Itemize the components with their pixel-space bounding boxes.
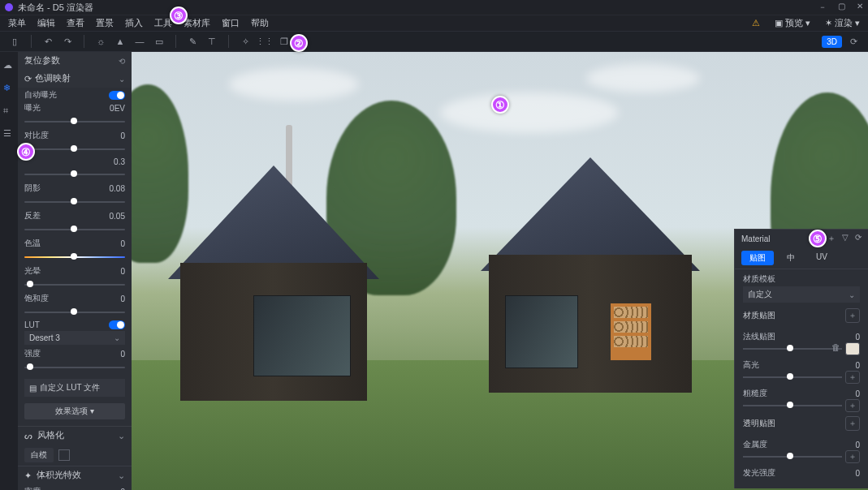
layers-icon[interactable]: ❐ <box>278 35 291 48</box>
warning-icon[interactable]: ⚠ <box>752 18 760 28</box>
menu-window[interactable]: 窗口 <box>222 17 240 29</box>
sliders-icon[interactable]: ⋮⋮ <box>258 35 271 48</box>
filter-icon[interactable]: ▽ <box>842 233 849 244</box>
preview-dropdown[interactable]: ▣ 预览 ▾ <box>775 17 810 29</box>
left-dock: ☁ ❄ ⌗ ☰ <box>0 52 18 490</box>
post-options-button[interactable]: 效果选项 ▾ <box>24 403 125 419</box>
annotation-2: ② <box>290 34 308 52</box>
file-icon: ▤ <box>29 384 37 393</box>
lut-file-button[interactable]: ▤ 自定义 LUT 文件 <box>24 379 125 397</box>
view-3d-badge[interactable]: 3D <box>822 36 842 48</box>
stylize-header[interactable]: ᔕ 风格化 ⌄ <box>18 426 132 445</box>
chevron-down-icon: ⌄ <box>118 431 125 441</box>
lut-toggle[interactable] <box>109 320 125 329</box>
menu-assets[interactable]: 素材库 <box>184 17 210 29</box>
render-dropdown[interactable]: ✶ 渲染 ▾ <box>825 17 860 29</box>
metallic-add[interactable]: ＋ <box>845 450 860 463</box>
tone-mapping-header[interactable]: ⟳ 色调映射 ⌄ <box>18 70 132 88</box>
sun-icon[interactable]: ☼ <box>94 35 107 48</box>
rough-slider[interactable]: ＋ <box>743 399 860 410</box>
saturation-slider[interactable] <box>24 306 125 317</box>
trash-icon[interactable]: 🗑 <box>831 342 840 352</box>
chevron-down-icon: ⌄ <box>118 471 125 480</box>
highlight-add[interactable]: ＋ <box>845 371 860 384</box>
menubar: 菜单 编辑 查看 置景 插入 工具 素材库 窗口 帮助 ⚠ ▣ 预览 ▾ ✶ 渲… <box>0 15 868 31</box>
chevron-down-icon: ⌄ <box>119 75 125 84</box>
lut-select[interactable]: Desert 3 ⌄ <box>24 331 125 345</box>
template-select[interactable]: 自定义 ⌄ <box>743 286 860 303</box>
win-maximize[interactable]: ▢ <box>838 2 845 13</box>
volumetric-header[interactable]: ✦ 体积光特效 ⌄ <box>18 466 132 484</box>
metallic-slider[interactable]: ＋ <box>743 450 860 462</box>
menu-scene[interactable]: 置景 <box>96 17 114 29</box>
lutstrength-slider[interactable] <box>24 361 125 372</box>
roller-icon[interactable]: ⊤ <box>205 35 218 48</box>
material-panel: Material ＋ ▽ ⟳ 贴图 中 UV 材质模板 自定义 ⌄ 材质贴图 ＋… <box>734 229 868 488</box>
refresh-icon[interactable]: ⟳ <box>855 233 862 244</box>
redo-icon[interactable]: ↷ <box>61 35 74 48</box>
reset-params-row[interactable]: 复位参数 ⟲ <box>18 52 132 70</box>
white-balance-button[interactable]: 白模 <box>24 448 54 462</box>
win-close[interactable]: ✕ <box>857 2 863 13</box>
layout-icon[interactable]: ▯ <box>8 35 21 48</box>
menu-help[interactable]: 帮助 <box>251 17 269 29</box>
frame-icon[interactable]: ▭ <box>153 35 166 48</box>
exposure-slider[interactable] <box>24 115 125 127</box>
menu-edit[interactable]: 编辑 <box>37 17 55 29</box>
lut-label: LUT <box>24 320 40 329</box>
template-label: 材质模板 <box>743 273 775 285</box>
menu-view[interactable]: 查看 <box>67 17 84 29</box>
list-icon[interactable]: ☰ <box>3 128 15 140</box>
contrast-slider[interactable] <box>24 143 125 154</box>
chevron-down-icon: ⌄ <box>849 290 855 299</box>
reset-icon[interactable]: ⟲ <box>119 57 125 66</box>
reflection-slider[interactable] <box>24 223 125 234</box>
style-icon: ᔕ <box>24 431 32 441</box>
cloud-icon[interactable]: ☁ <box>3 60 15 71</box>
flask-icon[interactable]: ▲ <box>114 35 127 48</box>
win-minimize[interactable]: － <box>818 2 827 13</box>
gear-icon: ✶ <box>825 18 832 28</box>
tab-texture[interactable]: 贴图 <box>741 251 774 265</box>
auto-exposure-toggle[interactable] <box>109 91 125 100</box>
tab-mid[interactable]: 中 <box>779 251 803 265</box>
add-icon[interactable]: ＋ <box>827 233 836 244</box>
colortemp-slider[interactable] <box>24 251 125 262</box>
material-panel-title: Material <box>741 234 771 243</box>
tint-slider[interactable] <box>24 278 125 290</box>
app-logo <box>5 3 13 11</box>
camera-icon[interactable]: ⌗ <box>3 105 15 117</box>
brush-icon[interactable]: ✎ <box>186 35 199 48</box>
annotation-4: ④ <box>17 143 35 161</box>
normal-swatch[interactable] <box>845 342 860 355</box>
orbit-icon[interactable]: ⟳ <box>847 35 860 48</box>
highlight-slider[interactable]: ＋ <box>743 371 860 382</box>
annotation-1: ① <box>491 96 509 114</box>
rough-add[interactable]: ＋ <box>845 399 860 412</box>
effects-panel: 复位参数 ⟲ ⟳ 色调映射 ⌄ 自动曝光 曝光0EV 对比度0 0.3 阴影0.… <box>18 52 132 490</box>
titlebar: 未命名 - D5 渲染器 － ▢ ✕ <box>0 0 868 15</box>
aomap-add[interactable]: ＋ <box>845 416 860 431</box>
menu-tools[interactable]: 工具 <box>154 17 172 29</box>
atoms-icon[interactable]: ❄ <box>3 83 15 94</box>
annotation-5: ⑤ <box>809 230 827 247</box>
preview-icon: ▣ <box>775 18 783 28</box>
line-icon[interactable]: ― <box>133 35 146 48</box>
tab-uv[interactable]: UV <box>808 251 836 265</box>
menu-file[interactable]: 菜单 <box>8 17 26 29</box>
network-icon[interactable]: ✧ <box>239 35 252 48</box>
chevron-down-icon: ⌄ <box>114 333 120 342</box>
balance-box[interactable] <box>58 449 70 461</box>
sparkle-icon: ✦ <box>24 471 32 480</box>
undo-icon[interactable]: ↶ <box>41 35 54 48</box>
normal-slider[interactable]: 🗑 <box>743 342 860 354</box>
shadow-slider[interactable] <box>24 196 125 207</box>
basemap-add[interactable]: ＋ <box>845 308 860 323</box>
chevron-down-icon: ▾ <box>805 18 810 28</box>
toolbar: ▯ ↶ ↷ ☼ ▲ ― ▭ ✎ ⊤ ✧ ⋮⋮ ❐ 3D ⟳ <box>0 31 868 52</box>
menu-insert[interactable]: 插入 <box>125 17 143 29</box>
refresh-icon: ⟳ <box>24 74 32 84</box>
white-slider[interactable] <box>24 168 125 179</box>
annotation-3: ③ <box>170 6 188 24</box>
auto-exposure-label: 自动曝光 <box>24 89 57 101</box>
